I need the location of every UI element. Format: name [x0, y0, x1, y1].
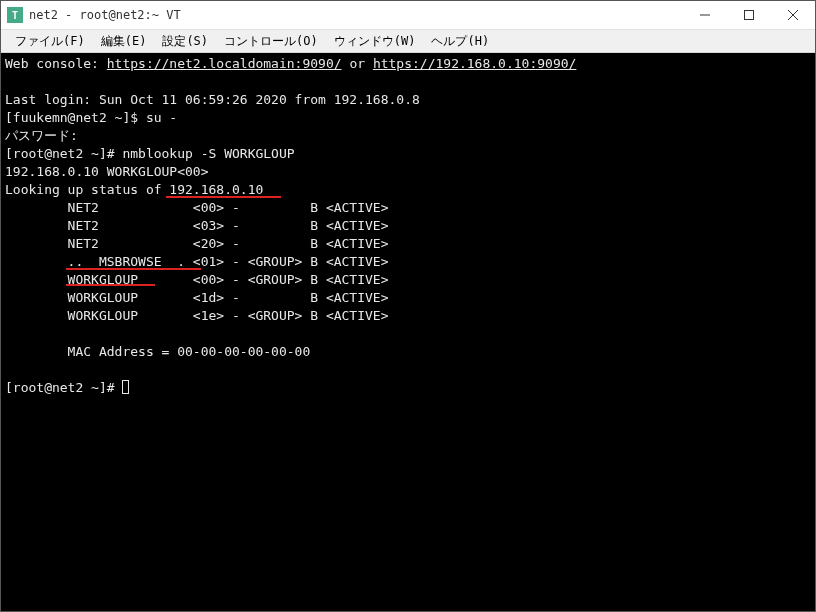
- menu-help[interactable]: ヘルプ(H): [423, 31, 497, 52]
- menu-control[interactable]: コントロール(O): [216, 31, 326, 52]
- blank-line: [5, 361, 815, 379]
- webconsole-link-2[interactable]: https://192.168.0.10:9090/: [373, 56, 577, 71]
- table-row: WORKGLOUP <00> - <GROUP> B <ACTIVE>: [5, 271, 815, 289]
- blank-line: [5, 73, 815, 91]
- app-icon: T: [7, 7, 23, 23]
- table-row: WORKGLOUP <1d> - B <ACTIVE>: [5, 289, 815, 307]
- menu-bar: ファイル(F) 編集(E) 設定(S) コントロール(O) ウィンドウ(W) ヘ…: [1, 30, 815, 53]
- close-button[interactable]: [771, 1, 815, 29]
- maximize-icon: [744, 10, 754, 20]
- webconsole-link-1[interactable]: https://net2.localdomain:9090/: [107, 56, 342, 71]
- line-status: Looking up status of 192.168.0.10: [5, 181, 815, 199]
- line-password: パスワード:: [5, 127, 815, 145]
- window-titlebar: T net2 - root@net2:~ VT: [1, 1, 815, 30]
- table-row: NET2 <03> - B <ACTIVE>: [5, 217, 815, 235]
- line-mac: MAC Address = 00-00-00-00-00-00: [5, 343, 815, 361]
- prompt-text: [root@net2 ~]#: [5, 380, 122, 395]
- menu-settings[interactable]: 設定(S): [154, 31, 216, 52]
- annotation-underline-workgroup: [66, 284, 155, 286]
- line-ip: 192.168.0.10 WORKGLOUP<00>: [5, 163, 815, 181]
- svg-rect-1: [745, 11, 754, 20]
- minimize-icon: [700, 10, 710, 20]
- table-row: WORKGLOUP <1e> - <GROUP> B <ACTIVE>: [5, 307, 815, 325]
- line-webconsole: Web console: https://net2.localdomain:90…: [5, 55, 815, 73]
- line-prompt2: [root@net2 ~]# nmblookup -S WORKGLOUP: [5, 145, 815, 163]
- menu-edit[interactable]: 編集(E): [93, 31, 155, 52]
- minimize-button[interactable]: [683, 1, 727, 29]
- close-icon: [788, 10, 798, 20]
- annotation-underline-ip: [166, 196, 281, 198]
- blank-line: [5, 325, 815, 343]
- terminal-area[interactable]: Web console: https://net2.localdomain:90…: [1, 53, 815, 612]
- maximize-button[interactable]: [727, 1, 771, 29]
- menu-file[interactable]: ファイル(F): [7, 31, 93, 52]
- table-row: NET2 <00> - B <ACTIVE>: [5, 199, 815, 217]
- terminal-cursor: [122, 380, 129, 394]
- window-title: net2 - root@net2:~ VT: [29, 8, 683, 22]
- webconsole-or: or: [342, 56, 373, 71]
- webconsole-label: Web console:: [5, 56, 107, 71]
- table-row: NET2 <20> - B <ACTIVE>: [5, 235, 815, 253]
- line-prompt1: [fuukemn@net2 ~]$ su -: [5, 109, 815, 127]
- line-prompt3: [root@net2 ~]#: [5, 379, 815, 397]
- annotation-underline-msbrowse: [66, 268, 201, 270]
- line-lastlogin: Last login: Sun Oct 11 06:59:26 2020 fro…: [5, 91, 815, 109]
- menu-window[interactable]: ウィンドウ(W): [326, 31, 424, 52]
